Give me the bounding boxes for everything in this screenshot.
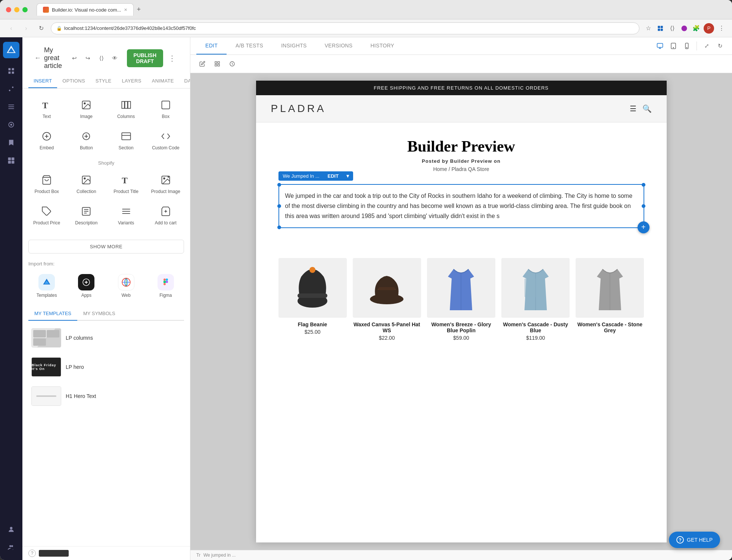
user-avatar[interactable]: P bbox=[704, 23, 714, 34]
edit-button[interactable]: EDIT bbox=[324, 171, 343, 181]
expand-button[interactable]: ⤢ bbox=[701, 40, 713, 52]
insert-embed[interactable]: Embed bbox=[28, 126, 65, 154]
import-web[interactable]: Web bbox=[108, 271, 144, 301]
main-content: EDIT A/B TESTS INSIGHTS VERSIONS HISTORY bbox=[190, 37, 732, 560]
extension-icon-3[interactable] bbox=[680, 24, 689, 33]
my-templates-tab[interactable]: MY TEMPLATES bbox=[28, 307, 77, 321]
template-h1-hero[interactable]: H1 Hero Text bbox=[28, 383, 184, 409]
insert-box[interactable]: Box bbox=[147, 94, 184, 123]
publish-draft-button[interactable]: PUBLISH DRAFT bbox=[127, 49, 163, 67]
template-lp-columns[interactable]: LP columns bbox=[28, 325, 184, 351]
add-block-button[interactable]: + bbox=[638, 221, 650, 233]
tab-animate[interactable]: ANIMATE bbox=[147, 74, 179, 88]
svg-rect-11 bbox=[9, 105, 14, 105]
handle-mid-left[interactable] bbox=[277, 204, 281, 208]
get-help-button[interactable]: ? GET HELP bbox=[669, 532, 720, 548]
minimize-button[interactable] bbox=[14, 7, 19, 12]
show-more-button[interactable]: SHOW MORE bbox=[28, 240, 184, 253]
edit-block[interactable]: We Jumped In ... EDIT ▼ We jumpe bbox=[278, 184, 644, 228]
tablet-view-button[interactable] bbox=[667, 40, 679, 52]
grid-tool-button[interactable] bbox=[211, 58, 223, 70]
insert-product-box[interactable]: Product Box bbox=[28, 169, 65, 198]
product-card-0[interactable]: Flag Beanie $25.00 bbox=[278, 258, 347, 341]
undo-tool-button[interactable] bbox=[226, 58, 238, 70]
insert-image[interactable]: Image bbox=[68, 94, 105, 123]
maximize-button[interactable] bbox=[22, 7, 28, 12]
import-templates[interactable]: Templates bbox=[28, 271, 65, 301]
handle-top-left[interactable] bbox=[277, 183, 281, 187]
extension-icon-1[interactable] bbox=[656, 24, 665, 33]
insert-collection[interactable]: Collection bbox=[68, 169, 105, 198]
close-button[interactable] bbox=[6, 7, 11, 12]
sidebar-item-magic[interactable] bbox=[3, 81, 19, 97]
tab-style[interactable]: STYLE bbox=[90, 74, 117, 88]
product-card-1[interactable]: Waxed Canvas 5-Panel Hat WS $22.00 bbox=[353, 258, 421, 341]
insert-add-to-cart[interactable]: Add to cart bbox=[147, 201, 184, 229]
canvas-area[interactable]: FREE SHIPPING AND FREE RETURNS ON ALL DO… bbox=[190, 73, 732, 550]
insert-product-title[interactable]: T Product Title bbox=[108, 169, 144, 198]
insert-variants[interactable]: Variants bbox=[108, 201, 144, 229]
preview-button[interactable]: 👁 bbox=[109, 52, 121, 64]
template-lp-hero[interactable]: Black Friday It's On LP hero bbox=[28, 354, 184, 380]
insert-button[interactable]: Button bbox=[68, 126, 105, 154]
app-logo[interactable] bbox=[3, 42, 19, 58]
back-button[interactable]: ‹ bbox=[6, 23, 16, 34]
product-card-4[interactable]: Women's Cascade - Stone Grey bbox=[576, 258, 644, 341]
insert-text[interactable]: T Text bbox=[28, 94, 65, 123]
tab-ab-tests[interactable]: A/B TESTS bbox=[227, 37, 272, 55]
tab-layers[interactable]: LAYERS bbox=[117, 74, 147, 88]
product-card-2[interactable]: Women's Breeze - Glory Blue Poplin $59.0… bbox=[427, 258, 495, 341]
reload-button[interactable]: ↻ bbox=[36, 23, 46, 34]
sidebar-item-insert[interactable] bbox=[3, 63, 19, 79]
redo-button[interactable]: ↪ bbox=[82, 52, 94, 64]
tab-edit[interactable]: EDIT bbox=[196, 37, 227, 55]
sidebar-item-widgets[interactable] bbox=[3, 152, 19, 169]
desktop-view-button[interactable] bbox=[654, 40, 666, 52]
sidebar-item-team[interactable] bbox=[3, 539, 19, 556]
tab-history[interactable]: HISTORY bbox=[361, 37, 403, 55]
tab-close-icon[interactable]: ✕ bbox=[124, 7, 127, 12]
insert-columns[interactable]: Columns bbox=[108, 94, 144, 123]
panel-more-button[interactable]: ⋮ bbox=[166, 54, 178, 63]
handle-top-right[interactable] bbox=[642, 183, 645, 187]
tab-data[interactable]: DATA bbox=[179, 74, 190, 88]
nav-menu-icon[interactable]: ☰ bbox=[630, 104, 636, 113]
product-card-3[interactable]: Women's Cascade - Dusty Blue $119.00 bbox=[501, 258, 570, 341]
browser-tab[interactable]: Builder.io: Visual no-code com... ✕ bbox=[37, 3, 134, 16]
sidebar-item-bookmark[interactable] bbox=[3, 134, 19, 151]
nav-search-icon[interactable]: 🔍 bbox=[642, 104, 652, 113]
import-figma[interactable]: Figma bbox=[147, 271, 184, 301]
forward-button[interactable]: › bbox=[21, 23, 31, 34]
refresh-button[interactable]: ↻ bbox=[714, 40, 726, 52]
browser-menu-icon[interactable]: ⋮ bbox=[717, 24, 726, 33]
back-button[interactable]: ← bbox=[34, 54, 41, 62]
sidebar-item-list[interactable] bbox=[3, 99, 19, 115]
import-apps[interactable]: Apps bbox=[68, 271, 105, 301]
extension-icon-4[interactable]: 🧩 bbox=[692, 24, 701, 33]
tab-insert[interactable]: INSERT bbox=[28, 74, 57, 88]
insert-section[interactable]: Section bbox=[108, 126, 144, 154]
tab-versions[interactable]: VERSIONS bbox=[316, 37, 362, 55]
handle-bottom-left[interactable] bbox=[277, 225, 281, 229]
handle-mid-right[interactable] bbox=[642, 204, 645, 208]
tab-insights[interactable]: INSIGHTS bbox=[272, 37, 316, 55]
code-view-button[interactable]: ⟨⟩ bbox=[96, 52, 108, 64]
mobile-view-button[interactable] bbox=[681, 40, 693, 52]
bookmark-icon[interactable]: ☆ bbox=[644, 24, 653, 33]
insert-product-image[interactable]: Product Image bbox=[147, 169, 184, 198]
address-bar[interactable]: 🔒 localhost:1234/content/26de37376d9e402… bbox=[51, 22, 639, 34]
insert-description[interactable]: Description bbox=[68, 201, 105, 229]
my-symbols-tab[interactable]: MY SYMBOLS bbox=[77, 307, 121, 321]
edit-tool-button[interactable] bbox=[196, 58, 208, 70]
help-icon[interactable]: ? bbox=[28, 550, 36, 557]
new-tab-button[interactable]: + bbox=[134, 6, 144, 13]
sidebar-item-paintbrush[interactable] bbox=[3, 116, 19, 133]
insert-items-grid: T Text Image Columns bbox=[28, 94, 184, 154]
extension-icon-2[interactable]: ⟨⟩ bbox=[668, 24, 677, 33]
insert-product-price[interactable]: Product Price bbox=[28, 201, 65, 229]
edit-caret[interactable]: ▼ bbox=[342, 171, 353, 181]
undo-button[interactable]: ↩ bbox=[69, 52, 81, 64]
tab-options[interactable]: OPTIONS bbox=[57, 74, 90, 88]
sidebar-item-user[interactable] bbox=[3, 521, 19, 538]
insert-custom-code[interactable]: Custom Code bbox=[147, 126, 184, 154]
